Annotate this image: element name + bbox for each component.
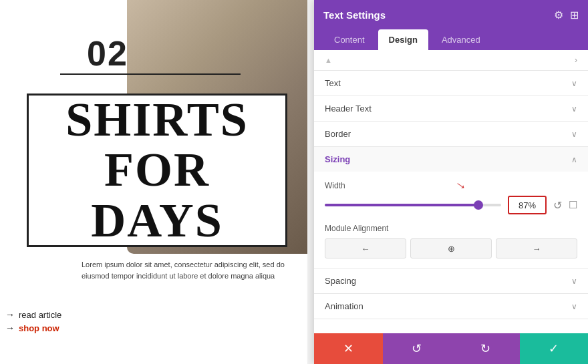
align-left-button[interactable]: ← bbox=[325, 238, 406, 258]
settings-icon[interactable]: ⚙ bbox=[554, 9, 563, 21]
sizing-header[interactable]: Sizing ∧ bbox=[314, 147, 588, 172]
undo-button[interactable]: ↺ bbox=[383, 333, 452, 364]
shirts-box: SHIRTS FOR DAYS bbox=[27, 94, 287, 247]
settings-panel: Text Settings ⚙ ⊞ Content Design Advance… bbox=[314, 0, 588, 364]
redo-icon: ↻ bbox=[480, 341, 490, 356]
save-icon: ✓ bbox=[549, 341, 559, 356]
partial-chevron: › bbox=[575, 55, 577, 65]
sizing-chevron: ∧ bbox=[571, 155, 577, 164]
read-article-link[interactable]: → read article bbox=[5, 309, 61, 320]
section-animation[interactable]: Animation ∨ bbox=[314, 294, 588, 319]
device-icon[interactable]: ☐ bbox=[569, 199, 577, 211]
slider-thumb[interactable] bbox=[474, 200, 483, 210]
sizing-section: Sizing ∧ Width → bbox=[314, 147, 588, 268]
section-header-text-label: Header Text bbox=[325, 104, 372, 114]
panel-title: Text Settings bbox=[323, 9, 386, 21]
page-number: 02 bbox=[87, 33, 128, 73]
sizing-label: Sizing bbox=[325, 154, 350, 164]
width-slider[interactable] bbox=[325, 199, 501, 211]
alignment-buttons: ← ⊕ → bbox=[325, 238, 577, 258]
section-animation-chevron: ∨ bbox=[571, 302, 577, 311]
arrow-icon-1: → bbox=[5, 309, 15, 320]
section-text-chevron: ∨ bbox=[571, 79, 577, 88]
read-article-text: read article bbox=[19, 310, 61, 320]
red-arrow-icon: → bbox=[451, 175, 471, 195]
cancel-button[interactable]: ✕ bbox=[314, 333, 383, 364]
section-border-label: Border bbox=[325, 129, 351, 139]
align-right-button[interactable]: → bbox=[496, 238, 577, 258]
section-border[interactable]: Border ∨ bbox=[314, 122, 588, 147]
panel-header-icons: ⚙ ⊞ bbox=[554, 9, 579, 21]
number-underline bbox=[60, 73, 241, 75]
reset-icon[interactable]: ↺ bbox=[553, 199, 562, 212]
redo-button[interactable]: ↻ bbox=[451, 333, 520, 364]
fullscreen-icon[interactable]: ⊞ bbox=[570, 9, 579, 21]
panel-content: ▲ › Text ∨ Header Text ∨ Border ∨ Sizing… bbox=[314, 50, 588, 333]
scroll-indicator-row: ▲ › bbox=[314, 50, 588, 71]
shirts-heading: SHIRTS FOR DAYS bbox=[65, 95, 249, 246]
tab-advanced[interactable]: Advanced bbox=[431, 29, 491, 50]
width-label: Width bbox=[325, 181, 577, 190]
align-center-button[interactable]: ⊕ bbox=[410, 238, 492, 258]
shop-now-link[interactable]: → shop now bbox=[5, 323, 61, 333]
section-spacing[interactable]: Spacing ∨ bbox=[314, 268, 588, 294]
slider-track bbox=[325, 204, 501, 206]
cancel-icon: ✕ bbox=[343, 341, 353, 356]
width-row: → ↺ ☐ bbox=[325, 196, 577, 214]
tab-design[interactable]: Design bbox=[378, 29, 428, 50]
section-header-text-chevron: ∨ bbox=[571, 104, 577, 114]
section-spacing-label: Spacing bbox=[325, 276, 356, 286]
partial-label: ▲ bbox=[325, 56, 332, 64]
arrow-icon-2: → bbox=[5, 323, 15, 333]
section-spacing-chevron: ∨ bbox=[571, 277, 577, 286]
lorem-text: Lorem ipsum dolor sit amet, consectetur … bbox=[82, 259, 295, 281]
section-animation-label: Animation bbox=[325, 301, 363, 311]
section-text-label: Text bbox=[325, 78, 341, 88]
panel-tabs: Content Design Advanced bbox=[314, 29, 588, 50]
panel-header: Text Settings ⚙ ⊞ bbox=[314, 0, 588, 29]
width-value-input[interactable] bbox=[508, 196, 547, 214]
tab-content[interactable]: Content bbox=[323, 29, 376, 50]
panel-footer: ✕ ↺ ↻ ✓ bbox=[314, 333, 588, 364]
page-preview: 02 SHIRTS FOR DAYS Lorem ipsum dolor sit… bbox=[0, 0, 307, 364]
module-alignment-label: Module Alignment bbox=[325, 224, 577, 233]
save-button[interactable]: ✓ bbox=[520, 333, 589, 364]
slider-fill bbox=[325, 204, 478, 206]
section-border-chevron: ∨ bbox=[571, 130, 577, 139]
section-text[interactable]: Text ∨ bbox=[314, 71, 588, 96]
links-area: → read article → shop now bbox=[5, 309, 61, 336]
undo-icon: ↺ bbox=[412, 341, 422, 356]
sizing-body: Width → ↺ ☐ bbox=[314, 172, 588, 268]
shop-now-text: shop now bbox=[19, 323, 59, 333]
section-header-text[interactable]: Header Text ∨ bbox=[314, 96, 588, 122]
